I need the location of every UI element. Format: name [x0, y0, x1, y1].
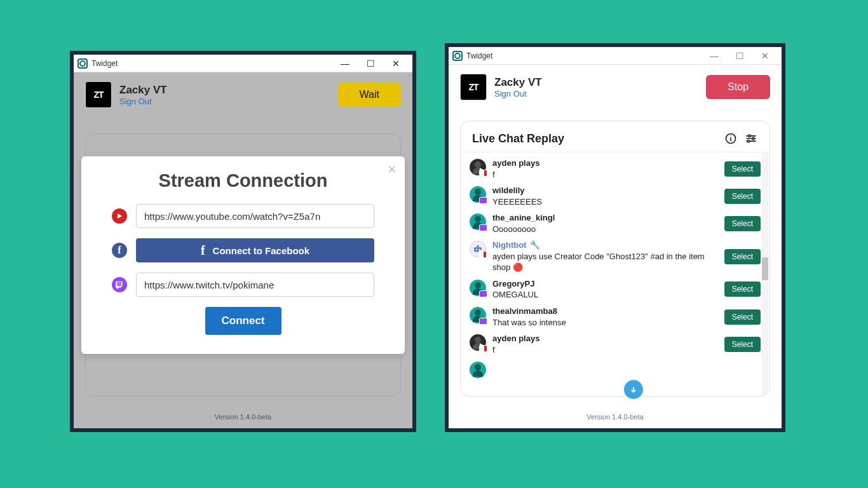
chat-avatar [470, 241, 486, 257]
app-window-left: Twidget — ☐ ✕ ZT Zacky VT Sign Out Wait … [70, 51, 416, 432]
chat-username: thealvinmamba8 [492, 306, 721, 317]
chat-title: Live Chat Replay [472, 132, 717, 146]
select-button[interactable]: Select [724, 189, 761, 204]
twitch-icon [112, 277, 127, 292]
twitch-badge-icon [479, 224, 487, 231]
close-button[interactable]: ✕ [752, 48, 778, 64]
chat-avatar [470, 280, 486, 296]
chat-username: ayden plays [492, 158, 721, 169]
select-button[interactable]: Select [724, 337, 761, 352]
chat-body: Nightbot 🔧ayden plays use Creator Code "… [492, 240, 724, 273]
app-body-dimmed: ZT Zacky VT Sign Out Wait Version 1.4.0-… [74, 72, 412, 428]
youtube-icon [112, 208, 127, 224]
titlebar: Twidget — ☐ ✕ [449, 47, 782, 65]
chat-panel: Live Chat Replay ayden playsfSelectwilde… [460, 121, 770, 396]
titlebar: Twidget — ☐ ✕ [74, 55, 412, 72]
chat-avatar [470, 362, 486, 378]
version-label: Version 1.4.0-beta [449, 413, 782, 421]
chat-message: Ooooooooo [492, 224, 721, 235]
close-button[interactable]: ✕ [383, 56, 409, 71]
chat-avatar [470, 159, 486, 175]
svg-point-2 [730, 135, 731, 137]
chat-header: Live Chat Replay [461, 121, 770, 152]
svg-point-10 [476, 249, 477, 250]
chat-body: ayden playsf [492, 158, 724, 180]
app-title: Twidget [92, 59, 118, 68]
youtube-badge-icon [478, 251, 487, 258]
chat-message: f [492, 169, 721, 180]
chat-row: thealvinmamba8That was so intenseSelect [461, 303, 770, 330]
select-button[interactable]: Select [724, 216, 761, 231]
app-icon [78, 58, 88, 69]
select-button[interactable]: Select [724, 249, 761, 264]
chat-username: GregoryPJ [492, 278, 721, 290]
wait-button[interactable]: Wait [338, 83, 401, 107]
chat-message: f [492, 344, 721, 356]
chat-body: wildelilyYEEEEEEES [492, 185, 724, 207]
chat-username: Nightbot 🔧 [492, 240, 721, 251]
minimize-button[interactable]: — [702, 48, 727, 64]
chat-username: the_anine_kingl [492, 212, 721, 224]
sign-out-link[interactable]: Sign Out [494, 89, 706, 98]
connect-button[interactable]: Connect [205, 307, 281, 335]
chat-message: YEEEEEEES [492, 196, 721, 208]
header-row: ZT Zacky VT Sign Out Stop [449, 65, 782, 105]
chat-list[interactable]: ayden playsfSelectwildelilyYEEEEEEESSele… [461, 152, 770, 396]
chat-row: ayden playsfSelect [461, 155, 770, 182]
chat-row: the_anine_kinglOooooooooSelect [461, 210, 770, 237]
select-button[interactable]: Select [724, 309, 761, 325]
chat-message: That was so intense [492, 317, 721, 329]
twitch-badge-icon [479, 197, 487, 204]
version-label: Version 1.4.0-beta [74, 413, 412, 421]
modal-close-icon[interactable]: × [388, 161, 396, 178]
chat-avatar [470, 214, 486, 230]
user-avatar: ZT [85, 81, 112, 108]
facebook-inline-icon: f [201, 243, 205, 258]
chat-row: ayden playsfSelect [461, 330, 770, 358]
chat-row: wildelilyYEEEEEEESSelect [461, 182, 770, 210]
user-name: Zacky VT [494, 76, 706, 89]
chat-username: wildelily [492, 185, 721, 196]
sign-out-link[interactable]: Sign Out [119, 97, 338, 106]
chat-body: thealvinmamba8That was so intense [492, 306, 724, 328]
svg-point-8 [747, 140, 749, 142]
select-button[interactable]: Select [724, 281, 761, 297]
facebook-row: f f Connect to Facebook [112, 238, 374, 262]
info-icon[interactable] [724, 132, 738, 146]
app-icon [452, 51, 463, 61]
minimize-button[interactable]: — [332, 56, 358, 71]
stop-button[interactable]: Stop [706, 75, 770, 99]
youtube-badge-icon [479, 170, 487, 177]
twitch-row [112, 273, 374, 297]
maximize-button[interactable]: ☐ [727, 48, 752, 64]
wrench-icon: 🔧 [530, 240, 540, 251]
user-block: Zacky VT Sign Out [119, 84, 338, 106]
user-block: Zacky VT Sign Out [494, 76, 706, 98]
app-body: ZT Zacky VT Sign Out Stop Live Chat Repl… [449, 65, 782, 428]
user-avatar: ZT [460, 74, 487, 100]
settings-icon[interactable] [744, 132, 758, 146]
chat-username: ayden plays [492, 333, 721, 344]
twitch-badge-icon [479, 318, 487, 325]
facebook-button-label: Connect to Facebook [213, 245, 310, 256]
chat-avatar [470, 307, 486, 323]
user-name: Zacky VT [119, 84, 338, 97]
svg-rect-12 [477, 245, 479, 247]
chat-message: OMEGALUL [492, 289, 721, 301]
maximize-button[interactable]: ☐ [358, 56, 383, 71]
chat-body: the_anine_kinglOoooooooo [492, 212, 724, 234]
chat-row: GregoryPJOMEGALULSelect [461, 276, 770, 303]
chat-row: Nightbot 🔧ayden plays use Creator Code "… [461, 237, 770, 276]
select-button[interactable]: Select [724, 161, 761, 177]
youtube-url-input[interactable] [136, 204, 374, 228]
svg-point-4 [749, 135, 750, 137]
app-title: Twidget [466, 51, 492, 60]
youtube-row [112, 204, 374, 228]
chat-avatar [470, 334, 486, 351]
scroll-down-button[interactable] [624, 380, 643, 399]
modal-title: Stream Connection [112, 170, 374, 191]
connect-facebook-button[interactable]: f Connect to Facebook [136, 238, 374, 262]
twitch-url-input[interactable] [136, 273, 374, 297]
header-row: ZT Zacky VT Sign Out Wait [74, 72, 412, 113]
youtube-badge-icon [479, 345, 487, 352]
